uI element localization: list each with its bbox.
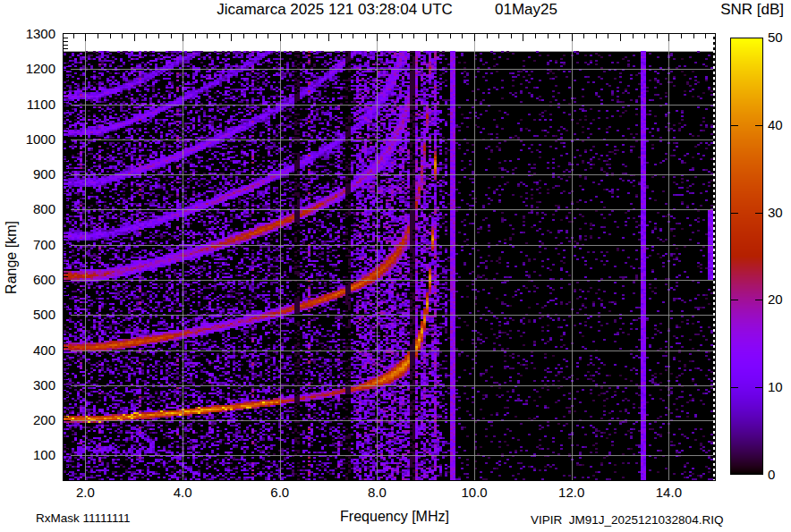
x-axis-tickmark [693,34,694,38]
x-axis-tick-label: 8.0 [368,485,387,501]
y-axis-tickmark [64,252,68,253]
colorbar-tick-label: 30 [768,205,783,221]
y-axis-tickmark [64,452,68,453]
colorbar-gradient [731,38,762,474]
colorbar-tick-label: 50 [768,30,783,46]
y-axis-tickmark [64,224,68,224]
y-axis-tickmark [64,305,68,306]
x-axis-tickmark [608,34,608,38]
y-axis-tickmark [64,45,68,46]
x-axis-tickmark [596,34,597,38]
y-axis-tickmark [64,435,68,435]
y-axis-tickmark [64,431,68,432]
y-axis-tickmark [64,178,68,179]
y-axis-tickmark [64,174,71,175]
x-axis-tickmark [620,34,621,41]
y-axis-tickmark [64,231,68,232]
y-axis-tickmark [64,227,68,228]
y-axis-tickmark [64,105,71,106]
y-axis-tickmark [64,449,68,450]
plot-date: 01May25 [495,1,557,19]
x-axis-tickmark [328,34,329,41]
y-axis-tickmark [64,364,68,365]
y-axis-tickmark [64,220,68,221]
x-axis-tickmark [450,34,451,38]
x-axis-tickmark [583,34,584,38]
x-axis-tickmark [498,34,499,38]
y-axis-tickmark [64,207,68,207]
y-axis-tickmark [64,325,68,326]
plot-title: Jicamarca 2025 121 03:28:04 UTC [217,1,453,19]
y-axis-tickmark [64,385,71,386]
y-axis-tickmark [64,160,68,161]
y-axis-title: Range [km] [4,221,20,294]
x-axis-tickmark [462,34,463,38]
y-axis-tickmark [64,122,68,122]
colorbar-title: SNR [dB] [720,1,784,19]
y-axis-tickmark [64,333,68,334]
y-axis-tickmark [64,171,68,172]
x-axis-tickmark [548,34,549,38]
y-axis-tickmark [64,273,68,274]
y-axis-tickmark [64,455,71,456]
y-axis-tickmark [64,406,68,407]
y-axis-tickmark [64,256,68,257]
y-axis-tickmark [64,164,68,165]
y-axis-tickmark [64,371,68,372]
x-axis-tickmark [231,34,232,41]
y-axis-tick-label: 1200 [18,61,55,77]
colorbar-tick-label: 10 [768,379,783,395]
y-axis-tickmark [64,199,68,200]
colorbar [730,38,763,475]
y-axis-tickmark [64,375,68,376]
y-axis-tickmark [64,442,68,443]
x-axis-tickmark [304,34,305,38]
y-axis-tickmark [64,216,68,217]
y-axis-tickmark [64,72,68,73]
x-axis-tickmark [633,34,634,38]
y-axis-tickmark [64,55,68,56]
y-axis-tickmark [64,308,68,308]
y-axis-tick-label: 400 [18,342,55,359]
y-axis-tickmark [64,318,68,319]
x-axis-tickmark [438,34,438,38]
x-axis-tickmark [146,34,147,38]
ionogram-page: { "header": { "title": "Jicamarca 2025 1… [0,0,791,532]
y-axis-tick-label: 800 [18,201,55,217]
y-axis-tickmark [64,38,68,38]
x-axis-tickmark [85,34,86,41]
y-axis-tickmark [64,354,68,355]
y-axis-tickmark [64,459,68,460]
y-axis-tickmark [64,209,71,210]
y-axis-tickmark [64,403,68,404]
y-axis-tickmark [64,76,68,77]
x-axis-tickmark [523,34,523,41]
x-axis-tickmark [644,34,645,38]
y-axis-tickmark [64,189,68,190]
x-axis-tickmark [219,34,220,38]
ionogram-heatmap [64,34,715,480]
y-axis-tickmark [64,360,68,361]
x-axis-tickmark [705,34,706,38]
y-axis-tickmark [64,108,68,109]
colorbar-tick-label: 0 [768,467,775,483]
y-axis-tickmark [64,396,68,397]
y-axis-tickmark [64,118,68,119]
y-axis-tickmark [64,97,68,98]
x-axis-tickmark [559,34,560,38]
y-axis-tickmark [64,340,68,341]
y-axis-tickmark [64,65,68,66]
y-axis-tickmark [64,182,68,182]
y-axis-tickmark [64,298,68,299]
y-axis-tickmark [64,62,68,63]
y-axis-tickmark [64,466,68,467]
y-axis-tickmark [64,69,71,70]
x-axis-tickmark [158,34,159,38]
x-axis-tickmark [292,34,293,38]
y-axis-tickmark [64,59,68,60]
x-axis-tick-label: 10.0 [461,485,487,501]
y-axis-tickmark [64,143,68,144]
x-axis-tickmark [134,34,135,41]
y-axis-tickmark [64,367,68,368]
y-axis-tickmark [64,139,71,140]
